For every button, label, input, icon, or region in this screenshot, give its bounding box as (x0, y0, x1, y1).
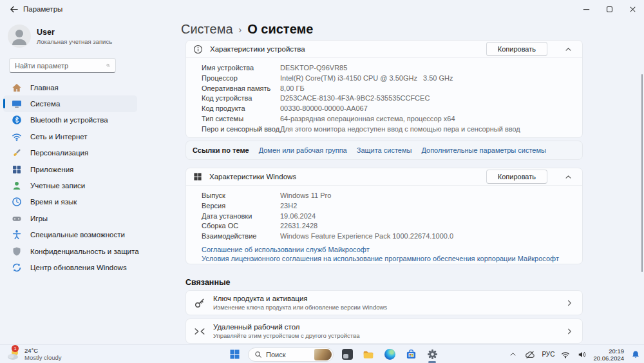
taskbar-search-label: Поиск (266, 351, 310, 358)
accessibility-icon (12, 230, 22, 240)
search-highlight-image[interactable] (314, 349, 332, 360)
info-icon (193, 44, 203, 54)
product-key-card[interactable]: Ключ продукта и активация Изменение ключ… (185, 290, 583, 315)
user-name: User (37, 28, 112, 37)
collapse-device-specs[interactable] (565, 46, 572, 53)
taskbar-search[interactable]: Поиск (248, 348, 334, 362)
back-arrow-icon (9, 5, 19, 14)
user-profile[interactable]: User Локальная учетная запись (8, 25, 112, 48)
account-type: Локальная учетная запись (37, 38, 112, 45)
wifi-icon (561, 350, 570, 359)
sidebar-item-windows-update[interactable]: Центр обновления Windows (3, 259, 137, 275)
apps-icon (12, 164, 22, 175)
device-specs-header[interactable]: Характеристики устройства Копировать (186, 41, 582, 58)
settings-search-box[interactable] (9, 58, 116, 73)
notification-center-button[interactable] (629, 347, 642, 362)
search-icon (254, 351, 262, 358)
sidebar-item-bluetooth[interactable]: Bluetooth и устройства (3, 112, 137, 128)
folder-icon (363, 349, 374, 360)
product-key-subtitle: Изменение ключа продукта или обновление … (213, 304, 558, 311)
language-indicator[interactable]: РУС (542, 351, 554, 358)
advanced-system-settings-link[interactable]: Дополнительные параметры системы (421, 146, 546, 154)
remote-desktop-title: Удаленный рабочий стол (213, 323, 558, 331)
settings-gear-icon (427, 349, 438, 360)
close-button[interactable] (621, 0, 644, 18)
chevron-right-icon (565, 328, 573, 335)
sidebar-item-time-language[interactable]: Время и язык (3, 194, 137, 210)
store-icon (406, 349, 417, 360)
file-explorer-button[interactable] (361, 347, 376, 362)
maximize-button[interactable] (598, 0, 621, 18)
spec-row: Перо и сенсорный вводДля этого монитора … (202, 124, 573, 135)
update-icon (12, 262, 22, 273)
page-title: О системе (247, 22, 313, 37)
task-view-button[interactable] (339, 347, 355, 362)
clock-icon (12, 197, 22, 207)
search-input[interactable] (15, 62, 106, 70)
related-links-label: Ссылки по теме (193, 146, 249, 154)
onedrive-button[interactable] (524, 347, 536, 362)
minimize-button[interactable] (574, 0, 598, 18)
chevron-up-icon (565, 173, 572, 181)
spec-row: Оперативная память8,00 ГБ (202, 84, 573, 94)
sidebar-item-system[interactable]: Система (3, 95, 137, 112)
spec-row: Сборка ОС22631.2428 (202, 221, 573, 231)
copy-windows-specs-button[interactable]: Копировать (486, 170, 547, 184)
device-specs-title: Характеристики устройства (210, 45, 479, 53)
sidebar: User Локальная учетная запись Главная Си… (0, 18, 174, 344)
sidebar-item-accessibility[interactable]: Специальные возможности (3, 227, 137, 243)
windows-specs-header[interactable]: Характеристики Windows Копировать (186, 168, 582, 186)
maximize-icon (605, 5, 614, 14)
sidebar-nav: Главная Система Bluetooth и устройства С… (3, 79, 137, 276)
search-icon (106, 61, 110, 70)
bluetooth-icon (12, 115, 22, 125)
related-links-bar: Ссылки по теме Домен или рабочая группа … (185, 141, 583, 160)
sidebar-item-apps[interactable]: Приложения (3, 161, 137, 177)
edge-icon (384, 349, 395, 360)
tray-date: 20.06.2024 (593, 355, 624, 362)
volume-button[interactable] (576, 347, 588, 362)
sidebar-item-privacy[interactable]: Конфиденциальность и защита (3, 243, 137, 259)
breadcrumb: Система › О системе (181, 22, 313, 37)
services-agreement-link[interactable]: Соглашение об использовании служб Майкро… (202, 245, 573, 255)
speaker-icon (578, 350, 587, 359)
weather-widget[interactable]: 1 24°C Mostly cloudy (6, 346, 62, 362)
sidebar-item-gaming[interactable]: Игры (3, 210, 137, 226)
gamepad-icon (12, 213, 22, 224)
spec-row: ПроцессорIntel(R) Core(TM) i3-4150 CPU @… (202, 74, 573, 84)
wifi-tray-button[interactable] (560, 347, 571, 362)
hidden-icons-button[interactable] (507, 347, 518, 362)
sidebar-item-home[interactable]: Главная (3, 79, 137, 95)
active-app-indicator (428, 361, 436, 363)
vertical-scrollbar[interactable] (641, 74, 643, 272)
back-button[interactable] (6, 3, 21, 15)
shield-icon (12, 246, 22, 257)
sidebar-item-accounts[interactable]: Учетные записи (3, 177, 137, 193)
person-icon (12, 181, 22, 191)
edge-button[interactable] (382, 347, 397, 362)
copy-device-specs-button[interactable]: Копировать (486, 42, 547, 56)
wifi-icon (12, 132, 22, 142)
spec-row: Имя устройстваDESKTOP-Q96VR85 (202, 63, 573, 74)
settings-window: Параметры User Локальная учетная запись … (0, 0, 644, 363)
sidebar-item-personalization[interactable]: Персонализация (3, 145, 137, 161)
settings-taskbar-button[interactable] (424, 347, 440, 362)
remote-desktop-card[interactable]: Удаленный рабочий стол Управляйте этим у… (185, 319, 583, 344)
breadcrumb-system[interactable]: Система (181, 22, 233, 37)
system-protection-link[interactable]: Защита системы (357, 146, 412, 154)
spec-row: Дата установки19.06.2024 (202, 211, 573, 222)
domain-workgroup-link[interactable]: Домен или рабочая группа (259, 146, 347, 154)
chevron-up-icon (509, 351, 516, 358)
windows-specs-title: Характеристики Windows (209, 173, 479, 181)
start-button[interactable] (227, 347, 242, 362)
product-key-title: Ключ продукта и активация (213, 295, 558, 302)
collapse-windows-specs[interactable] (565, 173, 572, 181)
spec-row: Версия23H2 (202, 201, 573, 211)
brush-icon (12, 148, 22, 158)
sidebar-item-network[interactable]: Сеть и Интернет (3, 128, 137, 144)
license-terms-link[interactable]: Условия лицензионного соглашения на испо… (202, 254, 573, 264)
minimize-icon (582, 5, 591, 14)
clock[interactable]: 20:19 20.06.2024 (593, 348, 624, 362)
taskbar: 1 24°C Mostly cloudy Поиск (0, 344, 644, 363)
microsoft-store-button[interactable] (403, 347, 419, 362)
